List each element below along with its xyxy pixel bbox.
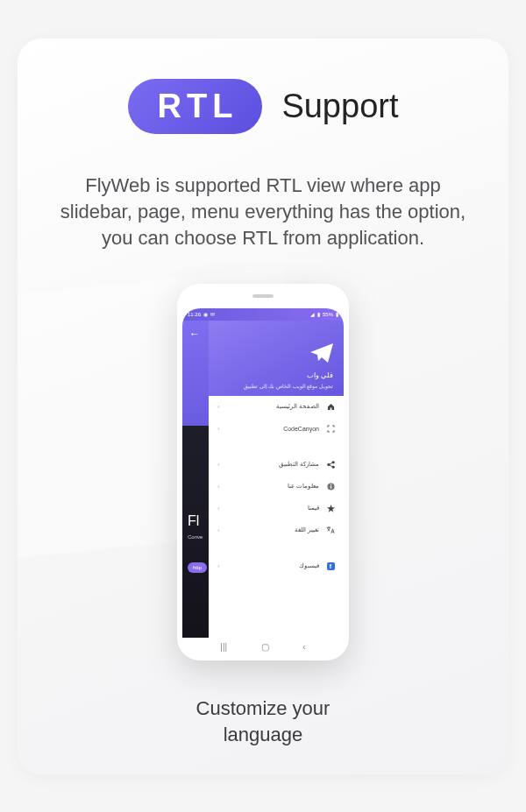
background-title: Fl	[188, 513, 199, 529]
description-text: FlyWeb is supported RTL view where app s…	[48, 173, 478, 252]
menu-item-about[interactable]: معلومات عنا ‹	[209, 476, 344, 498]
phone-screen: 11:26 ◉ ✉ ◢ ▮ 55% ▮ ← Fl Conve http	[182, 308, 344, 656]
menu-list: الصفحة الرئيسية ‹ CodeCanyon ‹	[209, 396, 344, 639]
status-right: ◢ ▮ 55% ▮	[310, 311, 338, 317]
menu-item-rate[interactable]: قيمنا ‹	[209, 498, 344, 519]
menu-label: معلومات عنا	[288, 483, 319, 490]
phone-speaker	[252, 294, 274, 298]
message-icon: ✉	[210, 311, 215, 317]
svg-rect-4	[330, 485, 331, 488]
battery-icon: ▮	[336, 311, 338, 317]
background-subtitle: Conve	[188, 534, 203, 540]
menu-item-facebook[interactable]: f فيسبوك ‹	[209, 555, 344, 577]
star-icon	[326, 505, 335, 512]
rtl-badge: RTL	[128, 79, 263, 134]
background-app: ← Fl Conve http	[182, 321, 209, 639]
caption-line-1: Customize your	[196, 695, 331, 722]
phone-mockup: 11:26 ◉ ✉ ◢ ▮ 55% ▮ ← Fl Conve http	[177, 284, 349, 661]
background-pill: http	[188, 562, 207, 573]
chevron-left-icon: ‹	[217, 505, 220, 512]
translate-icon	[326, 526, 335, 534]
menu-item-codecanyon[interactable]: CodeCanyon ‹	[209, 418, 344, 440]
share-icon	[326, 461, 335, 469]
menu-divider	[209, 440, 344, 454]
chevron-left-icon: ‹	[217, 483, 220, 491]
chevron-left-icon: ‹	[217, 461, 220, 469]
support-text: Support	[281, 88, 398, 125]
chevron-left-icon: ‹	[217, 526, 220, 534]
menu-label: تغيير اللغة	[295, 526, 319, 533]
info-icon	[326, 483, 335, 491]
svg-point-5	[330, 484, 331, 484]
menu-label: الصفحة الرئيسية	[276, 403, 319, 410]
signal-icon: ▮	[317, 311, 320, 317]
status-left: 11:26 ◉ ✉	[188, 311, 215, 317]
home-icon	[326, 403, 335, 411]
app-body: ← Fl Conve http فلي واب تحويل موقع الويب…	[182, 321, 344, 639]
chevron-left-icon: ‹	[217, 425, 220, 433]
chevron-left-icon: ‹	[217, 562, 220, 570]
camera-icon: ◉	[203, 311, 208, 317]
home-nav-icon[interactable]: ▢	[261, 642, 269, 652]
recents-icon[interactable]: |||	[220, 642, 227, 652]
menu-item-language[interactable]: تغيير اللغة ‹	[209, 519, 344, 541]
battery-text: 55%	[323, 312, 333, 317]
drawer-header: فلي واب تحويل موقع الويب الخاص بك إلى تط…	[209, 321, 344, 396]
menu-item-home[interactable]: الصفحة الرئيسية ‹	[209, 396, 344, 418]
caption-line-2: language	[196, 722, 331, 748]
menu-label: فيسبوك	[299, 562, 319, 569]
status-time: 11:26	[188, 312, 201, 317]
scan-icon	[326, 425, 335, 433]
caption: Customize your language	[196, 695, 331, 747]
back-arrow-icon[interactable]: ←	[182, 321, 209, 340]
facebook-icon: f	[326, 562, 335, 570]
title-row: RTL Support	[128, 79, 399, 134]
status-bar: 11:26 ◉ ✉ ◢ ▮ 55% ▮	[182, 308, 344, 321]
menu-item-share[interactable]: مشاركة التطبيق ‹	[209, 454, 344, 476]
paper-plane-icon	[310, 343, 333, 366]
android-navbar: ||| ▢ ‹	[182, 638, 344, 655]
chevron-left-icon: ‹	[217, 403, 220, 411]
navigation-drawer: فلي واب تحويل موقع الويب الخاص بك إلى تط…	[209, 321, 344, 639]
back-nav-icon[interactable]: ‹	[302, 642, 305, 652]
feature-card: RTL Support FlyWeb is supported RTL view…	[18, 39, 508, 774]
menu-divider	[209, 541, 344, 555]
menu-label: CodeCanyon	[283, 426, 319, 432]
drawer-app-name: فلي واب	[307, 371, 333, 379]
wifi-icon: ◢	[310, 311, 315, 317]
drawer-tagline: تحويل موقع الويب الخاص بك إلى تطبيق	[244, 383, 333, 389]
menu-label: مشاركة التطبيق	[279, 461, 319, 468]
menu-label: قيمنا	[308, 505, 319, 512]
